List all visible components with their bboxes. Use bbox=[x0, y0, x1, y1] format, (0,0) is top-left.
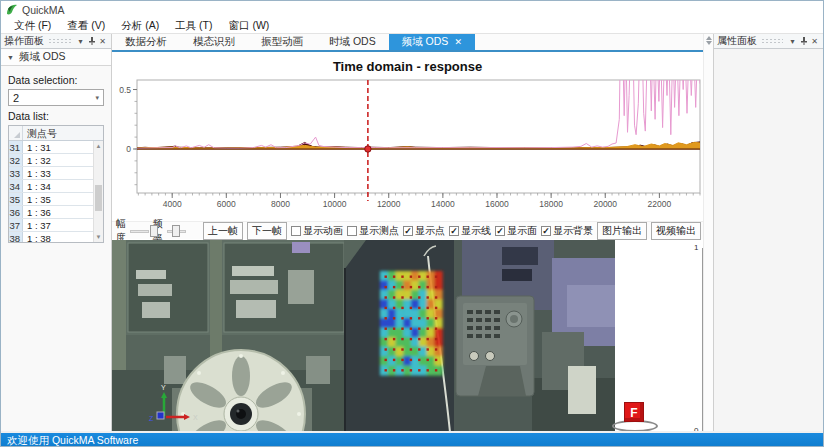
measurement-dot bbox=[418, 296, 420, 298]
measurement-dot bbox=[427, 369, 429, 371]
list-column-header[interactable]: 测点号 bbox=[23, 126, 103, 140]
checkbox-显示背景[interactable]: ✓显示背景 bbox=[541, 224, 593, 238]
measurement-dot bbox=[385, 359, 387, 361]
row-number: 35 bbox=[9, 193, 23, 205]
animation-toolbar: 幅度 频率 上一帧 下一帧 显示动画显示测点✓显示点✓显示线✓显示面✓显示背景 … bbox=[112, 221, 703, 239]
panel-menu-icon[interactable]: ▾ bbox=[75, 36, 86, 47]
time-domain-chart[interactable]: 4000600080001000012000140001600018000200… bbox=[112, 76, 703, 221]
checkbox-label: 显示测点 bbox=[359, 224, 399, 238]
checkbox-label: 显示线 bbox=[461, 224, 491, 238]
measurement-dot bbox=[435, 348, 437, 350]
pin-icon[interactable] bbox=[86, 36, 97, 47]
checkbox-显示测点[interactable]: 显示测点 bbox=[347, 224, 399, 238]
close-icon[interactable]: ✕ bbox=[809, 36, 820, 47]
close-icon[interactable]: ✕ bbox=[97, 36, 108, 47]
title-bar[interactable]: QuickMA bbox=[1, 1, 823, 18]
checkbox-显示面[interactable]: ✓显示面 bbox=[495, 224, 537, 238]
section-expander[interactable]: ▼ 频域 ODS bbox=[1, 49, 111, 66]
menu-item[interactable]: 窗口 (W) bbox=[222, 18, 277, 34]
operation-panel-header[interactable]: 操作面板 ▾ ✕ bbox=[1, 34, 111, 49]
camera-view-row: Y X Z 1 0 bbox=[112, 240, 703, 431]
menu-item[interactable]: 分析 (A) bbox=[114, 18, 166, 34]
frequency-slider[interactable] bbox=[167, 225, 186, 237]
list-item[interactable]: 351 : 35 bbox=[9, 193, 93, 206]
measurement-dot bbox=[418, 286, 420, 288]
section-label: 频域 ODS bbox=[19, 50, 66, 64]
checkbox-显示点[interactable]: ✓显示点 bbox=[403, 224, 445, 238]
display-checkbox-group: 显示动画显示测点✓显示点✓显示线✓显示面✓显示背景 bbox=[291, 224, 593, 238]
measurement-dot bbox=[401, 296, 403, 298]
slider-track bbox=[130, 230, 149, 233]
scroll-up-icon[interactable]: ▲ bbox=[94, 141, 103, 151]
prev-frame-button[interactable]: 上一帧 bbox=[203, 222, 243, 240]
checkbox-显示动画[interactable]: 显示动画 bbox=[291, 224, 343, 238]
panel-drag-grip[interactable] bbox=[48, 38, 71, 45]
measurement-dot bbox=[427, 286, 429, 288]
row-number: 36 bbox=[9, 206, 23, 218]
measurement-dot bbox=[427, 317, 429, 319]
checkbox-显示线[interactable]: ✓显示线 bbox=[449, 224, 491, 238]
measurement-dot bbox=[427, 328, 429, 330]
checkbox-box[interactable]: ✓ bbox=[541, 226, 551, 236]
frequency-slider-thumb[interactable] bbox=[172, 225, 180, 237]
measurement-dot bbox=[410, 338, 412, 340]
next-frame-button[interactable]: 下一帧 bbox=[247, 222, 287, 240]
checkbox-box[interactable]: ✓ bbox=[495, 226, 505, 236]
tab-频域 ODS[interactable]: 频域 ODS✕ bbox=[389, 34, 475, 50]
scroll-down-icon[interactable]: ▼ bbox=[94, 232, 103, 242]
tab-数据分析[interactable]: 数据分析 bbox=[112, 34, 180, 50]
amplitude-slider[interactable] bbox=[130, 225, 149, 237]
checkbox-box[interactable]: ✓ bbox=[403, 226, 413, 236]
checkbox-box[interactable] bbox=[347, 226, 357, 236]
data-list: 测点号 311 : 31321 : 32331 : 33341 : 34351 … bbox=[8, 125, 104, 243]
tab-label: 时域 ODS bbox=[329, 35, 376, 49]
menu-item[interactable]: 查看 (V) bbox=[60, 18, 112, 34]
image-output-button[interactable]: 图片输出 bbox=[597, 222, 647, 240]
splitter-expand-icon[interactable] bbox=[706, 41, 712, 45]
list-item[interactable]: 331 : 33 bbox=[9, 167, 93, 180]
tab-close-icon[interactable]: ✕ bbox=[454, 38, 462, 47]
tab-label: 频域 ODS bbox=[402, 35, 449, 49]
list-item[interactable]: 361 : 36 bbox=[9, 206, 93, 219]
tab-label: 数据分析 bbox=[125, 35, 167, 49]
measurement-dot bbox=[427, 338, 429, 340]
list-scrollbar[interactable]: ▲ ▼ bbox=[93, 141, 103, 242]
panel-drag-grip[interactable] bbox=[761, 38, 783, 45]
splitter-collapse-icon[interactable] bbox=[706, 36, 712, 40]
camera-3d-view[interactable]: Y X Z bbox=[112, 240, 615, 431]
tab-时域 ODS[interactable]: 时域 ODS bbox=[316, 34, 389, 50]
checkbox-label: 显示点 bbox=[415, 224, 445, 238]
measurement-dot bbox=[427, 296, 429, 298]
menu-item[interactable]: 文件 (F) bbox=[7, 18, 58, 34]
checkbox-box[interactable]: ✓ bbox=[449, 226, 459, 236]
panel-splitter[interactable] bbox=[703, 34, 713, 431]
list-item[interactable]: 321 : 32 bbox=[9, 154, 93, 167]
tab-振型动画[interactable]: 振型动画 bbox=[248, 34, 316, 50]
list-item[interactable]: 371 : 37 bbox=[9, 219, 93, 232]
properties-panel-header[interactable]: 属性面板 ▾ ✕ bbox=[714, 34, 823, 49]
measurement-dot bbox=[385, 328, 387, 330]
row-value: 1 : 37 bbox=[23, 219, 93, 231]
measurement-dot bbox=[410, 317, 412, 319]
cursor-marker[interactable] bbox=[365, 146, 371, 152]
row-value: 1 : 31 bbox=[23, 141, 93, 153]
ods-heatmap-overlay bbox=[380, 271, 443, 376]
list-item[interactable]: 381 : 38 bbox=[9, 232, 93, 243]
tab-模态识别[interactable]: 模态识别 bbox=[180, 34, 248, 50]
data-list-header: 测点号 bbox=[9, 126, 103, 141]
video-output-button[interactable]: 视频输出 bbox=[651, 222, 701, 240]
pin-icon[interactable] bbox=[798, 36, 809, 47]
amplitude-slider-thumb[interactable] bbox=[150, 225, 158, 237]
force-label: F bbox=[624, 402, 644, 422]
list-corner-cell[interactable] bbox=[9, 126, 23, 140]
menu-item[interactable]: 工具 (T) bbox=[168, 18, 219, 34]
measurement-dot bbox=[435, 328, 437, 330]
data-selection-combobox[interactable]: 2 ▾ bbox=[8, 89, 104, 106]
checkbox-box[interactable] bbox=[291, 226, 301, 236]
scrollbar-thumb[interactable] bbox=[95, 185, 102, 211]
axis-x-label: X bbox=[193, 414, 198, 421]
list-item[interactable]: 311 : 31 bbox=[9, 141, 93, 154]
panel-menu-icon[interactable]: ▾ bbox=[787, 36, 798, 47]
measurement-dot bbox=[393, 276, 395, 278]
list-item[interactable]: 341 : 34 bbox=[9, 180, 93, 193]
